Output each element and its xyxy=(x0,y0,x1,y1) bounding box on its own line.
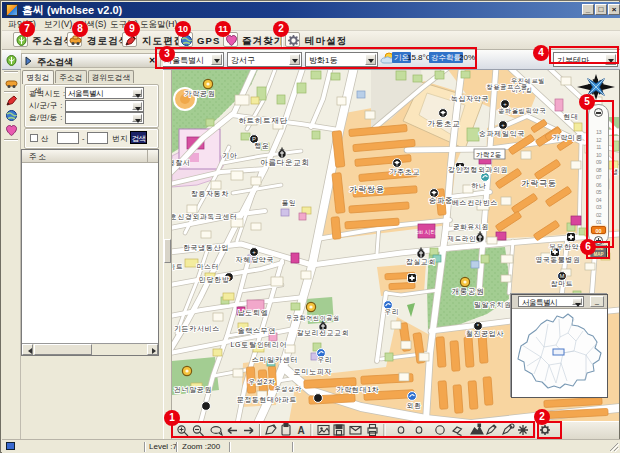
svg-text:영국동물병원: 영국동물병원 xyxy=(536,256,581,263)
svg-text:가락현대1차: 가락현대1차 xyxy=(336,386,379,393)
svg-text:무궁화어린이공원: 무궁화어린이공원 xyxy=(286,315,340,322)
svg-text:가동초교: 가동초교 xyxy=(428,119,461,128)
svg-text:베스컨라빈스: 베스컨라빈스 xyxy=(452,199,498,206)
svg-text:가락2동: 가락2동 xyxy=(476,151,502,158)
svg-text:가락쌍용: 가락쌍용 xyxy=(350,185,385,194)
svg-text:잠실교회: 잠실교회 xyxy=(406,258,436,265)
svg-text:마스터: 마스터 xyxy=(197,263,220,270)
svg-text:풀잎: 풀잎 xyxy=(282,199,296,206)
svg-text:현대: 현대 xyxy=(564,113,579,120)
svg-text:+: + xyxy=(252,249,256,255)
svg-text:스마일카센터: 스마일카센터 xyxy=(252,356,298,363)
svg-text:우리: 우리 xyxy=(385,308,400,315)
svg-text:로미노피자: 로미노피자 xyxy=(294,368,333,375)
svg-text:자혜당약국: 자혜당약국 xyxy=(236,256,275,263)
svg-text:송파올림픽약국: 송파올림픽약국 xyxy=(498,107,546,114)
svg-text:하트히트재단: 하트히트재단 xyxy=(238,116,287,125)
svg-text:창용골프스쿨: 창용골프스쿨 xyxy=(486,83,527,91)
svg-text:우성상가: 우성상가 xyxy=(274,385,302,393)
svg-text:LG토탈인테리어: LG토탈인테리어 xyxy=(231,341,288,348)
svg-text:우성2차: 우성2차 xyxy=(249,378,276,385)
svg-text:가주초교: 가주초교 xyxy=(390,168,421,175)
svg-text:철진공업사: 철진공업사 xyxy=(466,330,505,338)
svg-text:남도퇴엘: 남도퇴엘 xyxy=(238,309,269,316)
svg-text:행운: 행운 xyxy=(254,142,269,150)
svg-text:참마트: 참마트 xyxy=(550,280,573,287)
svg-text:민당한방: 민당한방 xyxy=(199,276,230,283)
svg-text:아름다운교회: 아름다운교회 xyxy=(260,158,309,167)
svg-text:+: + xyxy=(501,122,505,128)
svg-text:밀알유치원: 밀알유치원 xyxy=(474,301,511,308)
svg-text:갈보리선교교회: 갈보리선교교회 xyxy=(297,329,349,336)
svg-text:가락미용: 가락미용 xyxy=(553,134,584,141)
svg-text:제드라인: 제드라인 xyxy=(448,235,477,242)
svg-text:강인정형외과의원: 강인정형외과의원 xyxy=(448,166,508,173)
svg-text:개롱공원: 개롱공원 xyxy=(452,287,485,296)
svg-text:citi 시티: citi 시티 xyxy=(416,229,437,235)
svg-text:송파중: 송파중 xyxy=(429,196,454,205)
svg-text:가락극동: 가락극동 xyxy=(522,179,557,188)
svg-text:궁화유치원: 궁화유치원 xyxy=(453,223,489,231)
svg-text:기아: 기아 xyxy=(222,152,237,159)
svg-text:마트: 마트 xyxy=(172,263,184,270)
svg-text:금호신경외과독크센터: 금호신경외과독크센터 xyxy=(172,213,237,220)
svg-text:문정동현대아파트: 문정동현대아파트 xyxy=(237,396,297,403)
svg-text:솔랙스무연: 솔랙스무연 xyxy=(238,327,277,334)
svg-text:한국냉동산업: 한국냉동산업 xyxy=(183,244,229,251)
svg-text:외환: 외환 xyxy=(407,402,422,409)
svg-text:건너말공원: 건너말공원 xyxy=(174,386,213,394)
svg-text:가락공원: 가락공원 xyxy=(185,90,216,98)
svg-text:M: M xyxy=(560,273,565,279)
svg-text:하나: 하나 xyxy=(472,182,487,189)
svg-text:기든카서비스: 기든카서비스 xyxy=(174,325,220,332)
svg-text:녹십자약국: 녹십자약국 xyxy=(451,95,490,102)
svg-text:창용자동차: 창용자동차 xyxy=(191,190,230,197)
svg-text:경찰서: 경찰서 xyxy=(172,159,191,167)
svg-text:송파제일익국: 송파제일익국 xyxy=(479,130,525,138)
svg-text:우리: 우리 xyxy=(318,356,333,363)
